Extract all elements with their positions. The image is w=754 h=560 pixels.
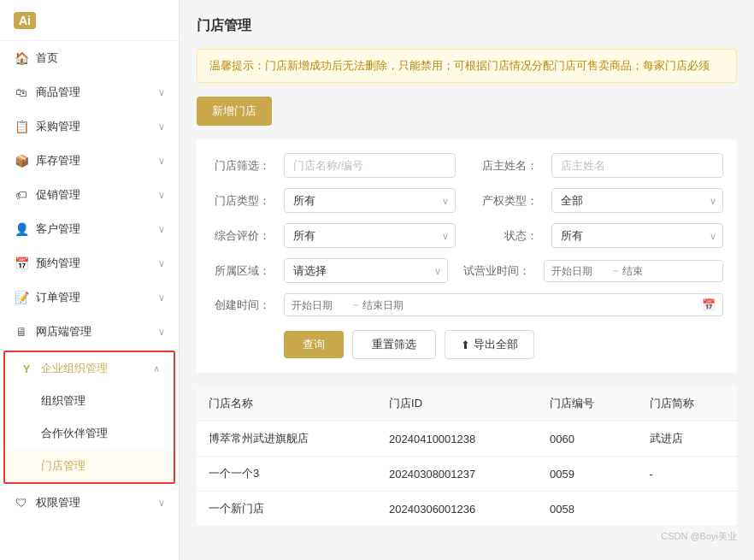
- calendar-icon: 📅: [702, 298, 716, 311]
- owner-name-label: 店主姓名：: [469, 158, 538, 174]
- goods-icon: 🛍: [14, 85, 29, 100]
- table-cell-code: 0059: [538, 457, 637, 492]
- sidebar-item-purchase[interactable]: 📋 采购管理 ∨: [0, 109, 179, 144]
- permission-icon: 🛡: [14, 495, 29, 510]
- table-cell-name: 一个一个3: [197, 457, 377, 492]
- customer-icon: 👤: [14, 221, 29, 237]
- rating-select-wrap: 所有 ∨: [284, 223, 456, 248]
- sidebar-item-label: 权限管理: [36, 495, 80, 510]
- online-icon: 🖥: [14, 324, 29, 339]
- add-store-button[interactable]: 新增门店: [197, 97, 272, 126]
- table-row: 博萃常州武进旗舰店202404100012380060武进店: [197, 421, 737, 457]
- sidebar-item-booking[interactable]: 📅 预约管理 ∨: [0, 246, 179, 280]
- region-select-wrap: 请选择 ∨: [284, 258, 448, 283]
- sidebar-item-stock[interactable]: 📦 库存管理 ∨: [0, 144, 179, 178]
- filter-row-1: 门店筛选： 店主姓名：: [210, 153, 723, 178]
- property-type-select-wrap: 全部 ∨: [551, 188, 723, 213]
- chevron-down-icon: ∨: [158, 327, 165, 338]
- table-cell-shortName: [638, 492, 737, 527]
- query-button[interactable]: 查询: [284, 331, 344, 358]
- create-time-end[interactable]: [362, 299, 421, 311]
- chevron-down-icon: ∨: [158, 87, 165, 98]
- table-cell-code: 0060: [538, 421, 637, 457]
- region-label: 所属区域：: [210, 263, 270, 279]
- sidebar-item-online[interactable]: 🖥 网店端管理 ∨: [0, 315, 179, 349]
- logo: Ai: [0, 0, 179, 41]
- action-row: 查询 重置筛选 ⬆ 导出全部: [210, 327, 723, 359]
- chevron-down-icon: ∨: [158, 498, 165, 509]
- table-cell-id: 20240308001237: [377, 457, 538, 492]
- home-icon: 🏠: [14, 50, 29, 66]
- status-select[interactable]: 所有: [551, 223, 723, 248]
- trial-date-start[interactable]: [551, 265, 610, 277]
- trial-date-end[interactable]: [622, 265, 665, 277]
- trial-date-label: 试营业时间：: [462, 263, 530, 279]
- stock-icon: 📦: [14, 153, 29, 168]
- booking-icon: 📅: [14, 256, 29, 271]
- sidebar-item-enterprise[interactable]: Y 企业组织管理 ∧: [5, 352, 174, 385]
- sidebar-sub-item-partner[interactable]: 合作伙伴管理: [5, 417, 174, 450]
- chevron-down-icon: ∨: [158, 292, 165, 304]
- export-icon: ⬆: [461, 339, 470, 351]
- sidebar-item-label: 企业组织管理: [41, 361, 108, 376]
- table-header-row: 门店名称 门店ID 门店编号 门店简称: [197, 386, 737, 421]
- chevron-down-icon: ∨: [158, 258, 165, 269]
- table-row: 一个新门店202403060012360058: [197, 492, 737, 527]
- table-cell-code: 0058: [538, 492, 637, 527]
- region-select[interactable]: 请选择: [284, 258, 448, 283]
- chevron-up-icon: ∧: [153, 363, 160, 374]
- notice-banner: 温馨提示：门店新增成功后无法删除，只能禁用；可根据门店情况分配门店可售卖商品；每…: [197, 49, 737, 83]
- enterprise-icon: Y: [19, 361, 34, 376]
- date-separator: ~: [353, 299, 359, 311]
- property-type-select[interactable]: 全部: [551, 188, 723, 213]
- sidebar-item-permission[interactable]: 🛡 权限管理 ∨: [0, 486, 179, 520]
- col-store-code: 门店编号: [538, 386, 637, 421]
- filter-panel: 门店筛选： 店主姓名： 门店类型： 所有 ∨ 产权类型： 全部 ∨: [197, 139, 737, 373]
- filter-row-3: 综合评价： 所有 ∨ 状态： 所有 ∨: [210, 223, 723, 248]
- order-icon: 📝: [14, 290, 29, 305]
- sidebar-sub-item-org[interactable]: 组织管理: [5, 385, 174, 417]
- sidebar-item-label: 库存管理: [36, 153, 80, 168]
- purchase-icon: 📋: [14, 119, 29, 134]
- watermark: CSDN @Boyi美业: [661, 530, 737, 543]
- sidebar-item-label: 网店端管理: [36, 324, 91, 339]
- page-title: 门店管理: [197, 17, 737, 35]
- filter-row-2: 门店类型： 所有 ∨ 产权类型： 全部 ∨: [210, 188, 723, 213]
- sidebar-item-home[interactable]: 🏠 首页: [0, 41, 179, 75]
- trial-date-range: ~: [544, 260, 723, 282]
- store-table: 门店名称 门店ID 门店编号 门店简称 博萃常州武进旗舰店20240410001…: [197, 386, 737, 526]
- sidebar: Ai 🏠 首页 🛍 商品管理 ∨ 📋 采购管理 ∨ 📦 库存管理 ∨ 🏷 促销管…: [0, 0, 180, 560]
- sidebar-item-order[interactable]: 📝 订单管理 ∨: [0, 280, 179, 315]
- chevron-down-icon: ∨: [158, 121, 165, 133]
- rating-select[interactable]: 所有: [284, 223, 456, 248]
- create-time-range: ~ 📅: [284, 293, 723, 316]
- property-type-label: 产权类型：: [469, 193, 538, 209]
- store-filter-input[interactable]: [284, 153, 456, 178]
- logo-ai-badge: Ai: [14, 12, 36, 29]
- store-table-wrap: 门店名称 门店ID 门店编号 门店简称 博萃常州武进旗舰店20240410001…: [197, 386, 737, 526]
- sidebar-item-promo[interactable]: 🏷 促销管理 ∨: [0, 178, 179, 212]
- create-time-start[interactable]: [292, 299, 350, 311]
- owner-name-input[interactable]: [551, 153, 723, 178]
- sidebar-item-customer[interactable]: 👤 客户管理 ∨: [0, 212, 179, 246]
- filter-row-5: 创建时间： ~ 📅: [210, 293, 723, 316]
- sidebar-item-label: 订单管理: [36, 290, 80, 305]
- promo-icon: 🏷: [14, 187, 29, 203]
- reset-button[interactable]: 重置筛选: [352, 330, 436, 359]
- sidebar-sub-item-store-mgmt[interactable]: 门店管理: [5, 450, 174, 482]
- table-cell-shortName: -: [638, 457, 737, 492]
- status-select-wrap: 所有 ∨: [551, 223, 723, 248]
- sidebar-item-label: 促销管理: [36, 187, 80, 203]
- sidebar-item-goods[interactable]: 🛍 商品管理 ∨: [0, 75, 179, 109]
- table-cell-name: 一个新门店: [197, 492, 377, 527]
- sidebar-item-label: 商品管理: [36, 85, 80, 100]
- create-time-label: 创建时间：: [210, 298, 270, 313]
- store-type-select-wrap: 所有 ∨: [284, 188, 456, 213]
- date-separator: ~: [613, 265, 619, 277]
- store-type-select[interactable]: 所有: [284, 188, 456, 213]
- export-button[interactable]: ⬆ 导出全部: [445, 330, 534, 359]
- sidebar-sub-enterprise: 组织管理 合作伙伴管理 门店管理: [5, 385, 174, 482]
- table-cell-shortName: 武进店: [638, 421, 737, 457]
- sidebar-items-bottom: 🛡 权限管理 ∨: [0, 486, 179, 520]
- col-store-short: 门店简称: [638, 386, 737, 421]
